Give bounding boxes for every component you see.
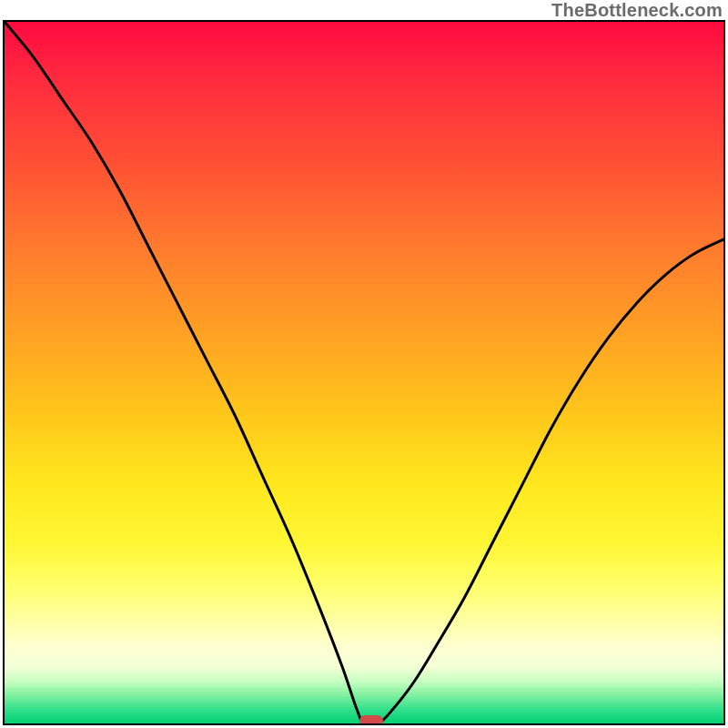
optimal-marker bbox=[359, 715, 383, 725]
plot-area bbox=[3, 20, 725, 725]
bottleneck-curve bbox=[5, 22, 723, 723]
chart-frame: TheBottleneck.com bbox=[0, 0, 728, 728]
watermark-text: TheBottleneck.com bbox=[551, 0, 723, 21]
